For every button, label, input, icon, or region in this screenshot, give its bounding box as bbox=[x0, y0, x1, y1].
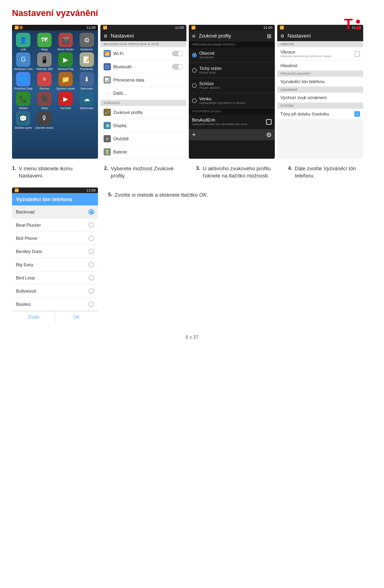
sound-header: ⚙ Zvukové profily ⊞ bbox=[189, 30, 275, 42]
app-video: 🎥 Video bbox=[35, 92, 54, 110]
setting-hlasitost: Hlasitost bbox=[277, 61, 363, 71]
ringtone-footer: Zrušit OK bbox=[12, 311, 98, 323]
app-simtools: 📱 Nástroje SIM bbox=[35, 52, 54, 70]
screen5-container: 📶 11:00 Vyzváněcí tón telefonu Backroad … bbox=[12, 187, 100, 323]
status-bar-5: 📶 11:00 bbox=[12, 187, 98, 193]
radio-obecne bbox=[192, 53, 197, 58]
profile-tichy: Tichý režim Pouze tichý bbox=[189, 63, 275, 78]
settings-bluetooth: ⬡ Bluetooth bbox=[100, 60, 186, 74]
step5-text-block: 5. Zvolíte si melodii a stisknete tlačít… bbox=[108, 191, 208, 323]
settings-battery: 🔋 Baterie bbox=[100, 146, 186, 159]
radio-backroad bbox=[88, 209, 94, 215]
section-devices: ZAŘÍZENÍ bbox=[100, 100, 186, 106]
app-empty1 bbox=[56, 111, 76, 129]
settings-data: 📊 Přenesená data bbox=[100, 74, 186, 87]
app-rescue: R Rescue bbox=[35, 72, 54, 90]
status-bar-3: 📶 11:00 bbox=[189, 25, 275, 30]
app-filemanager: 📁 Správce soubo bbox=[56, 72, 76, 90]
app-empty2 bbox=[77, 111, 96, 129]
section-prichozi: PŘÍCHOZÍ HOVORY bbox=[277, 71, 363, 77]
sound-bottom-bar: + ⚙ bbox=[189, 130, 275, 140]
app-youtube: ▶ YouTube bbox=[56, 92, 76, 110]
settings-more: ··· Další... bbox=[100, 87, 186, 100]
logo-dots bbox=[356, 20, 360, 30]
profile-schuze: Schůze Pouze vibrace bbox=[189, 78, 275, 93]
app-grid: 👤 Lidé 🗺 Mapy 🎬 Movie Studio ⚙ Nastavení bbox=[12, 30, 98, 132]
app-poznamky: 📝 Poznámky bbox=[77, 52, 96, 70]
sound-icon: 🔊 bbox=[104, 109, 111, 116]
battery-icon: 🔋 bbox=[104, 148, 111, 155]
ok-button[interactable]: OK bbox=[55, 311, 98, 323]
checkbox-tony: ✓ bbox=[354, 111, 360, 117]
more-icon: ··· bbox=[104, 90, 111, 97]
profile-obecne: Obecné Vyzvánění bbox=[189, 48, 275, 63]
profile-venku: Venku Nejhlasitější vyzvánění a vibrace bbox=[189, 93, 275, 108]
data-icon: 📊 bbox=[104, 76, 111, 84]
bluetooth-icon: ⬡ bbox=[104, 63, 111, 70]
radio-venku bbox=[192, 98, 197, 103]
screen1-home: 📶🔕 11:00 👤 Lidé 🗺 Mapy 🎬 Movie Studio bbox=[12, 25, 98, 159]
screen5-ringtone-list: 📶 11:00 Vyzváněcí tón telefonu Backroad … bbox=[12, 187, 98, 323]
ringtone-bigeasy: Big Easy bbox=[12, 258, 98, 271]
profile-besaudEnh: BesAudEnh Vylepšení zvuku pro sluchátka … bbox=[189, 114, 275, 130]
step3: 3. U aktivního zvukového profilu ťuknete… bbox=[196, 165, 280, 179]
cancel-button[interactable]: Zrušit bbox=[12, 311, 55, 323]
radio-schuze bbox=[192, 83, 197, 88]
app-lide: 👤 Lidé bbox=[14, 33, 33, 51]
display-icon: 🖥 bbox=[104, 122, 111, 129]
settings-display: 🖥 Displej bbox=[100, 119, 186, 132]
settings-wifi: 📶 Wi-Fi bbox=[100, 47, 186, 60]
wifi-icon: 📶 bbox=[104, 50, 111, 57]
telekom-logo: T bbox=[344, 16, 360, 33]
radio-bollywood bbox=[88, 288, 94, 294]
sound-section-predefined: PŘEDDEFINOVANÉ PROFILY bbox=[189, 42, 275, 48]
app-movie: 🎬 Movie Studio bbox=[56, 33, 76, 51]
radio-beatplucker bbox=[88, 222, 94, 228]
app-recorder: 🎙 Záznam zvuku bbox=[35, 111, 54, 129]
radio-tichy bbox=[192, 68, 197, 73]
radio-booites bbox=[88, 301, 94, 307]
setting-vychozi-zvuk: Výchozí zvuk oznámení bbox=[277, 93, 363, 103]
app-nastaveni: ⚙ Nastavení bbox=[77, 33, 96, 51]
ringtone-bentleydubs: Bentley Dubs bbox=[12, 245, 98, 258]
app-phone: 📞 Telefon bbox=[14, 92, 33, 110]
app-play: ▶ Obchod Play bbox=[56, 52, 76, 70]
screen4-ringtone-settings: 📶 11:00 ⚙ Nastavení OBECNÉ Vibrace Vibro… bbox=[277, 25, 363, 159]
section-system: SYSTÉM bbox=[277, 103, 363, 109]
steps-1-4: 1. V menu stisknete ikonu Nastavení. 2. … bbox=[12, 165, 372, 179]
screenshots-row: 📶🔕 11:00 👤 Lidé 🗺 Mapy 🎬 Movie Studio bbox=[12, 25, 372, 159]
section-obecne: OBECNÉ bbox=[277, 41, 363, 47]
screen2-settings: 📶 11:00 ⚙ Nastavení BEZDRÁTOVÁ PŘIPOJENÍ… bbox=[100, 25, 186, 159]
ringtone-list-header: Vyzváněcí tón telefonu bbox=[12, 193, 98, 205]
setting-vibrace: Vibrace Vibrovat zařízení pro příchozí v… bbox=[277, 47, 363, 61]
ringtone-beatplucker: Beat Plucker bbox=[12, 219, 98, 232]
status-bar-2: 📶 11:00 bbox=[100, 25, 186, 30]
radio-bellphone bbox=[88, 235, 94, 241]
app-messages: 💬 Zasílání zpráv bbox=[14, 111, 33, 129]
setting-tony-ciselniku: Tóny při dotyku číselníku ✓ bbox=[277, 109, 363, 120]
section-wireless: BEZDRÁTOVÁ PŘIPOJENÍ A SÍTĚ bbox=[100, 41, 186, 47]
storage-icon: ≡ bbox=[104, 135, 111, 142]
ringtone-backroad: Backroad bbox=[12, 205, 98, 219]
status-bar-1: 📶🔕 11:00 bbox=[12, 25, 98, 30]
settings-gear-icon: ⚙ bbox=[266, 131, 272, 139]
ringtone-bollywood: Bollywood bbox=[12, 285, 98, 298]
app-browser: 🌐 Prohlížeč Dolp bbox=[14, 72, 33, 90]
radio-bentleydubs bbox=[88, 249, 94, 254]
sound-section-enhance: VYLEPŠENÍ ZVUKU bbox=[189, 108, 275, 114]
step5-row: 📶 11:00 Vyzváněcí tón telefonu Backroad … bbox=[12, 187, 372, 323]
bt-toggle bbox=[172, 64, 183, 70]
logo-letter: T bbox=[344, 16, 353, 33]
add-icon: + bbox=[192, 131, 196, 139]
app-mapy: 🗺 Mapy bbox=[35, 33, 54, 51]
ringtone-bellphone: Bell Phone bbox=[12, 232, 98, 245]
radio-bigeasy bbox=[88, 262, 94, 267]
radio-birdloop bbox=[88, 275, 94, 281]
app-google: G Nastavení Goo bbox=[14, 52, 33, 70]
app-download: ⬇ Stahování bbox=[77, 72, 96, 90]
ringtone-booites: Booites bbox=[12, 298, 98, 311]
page-number: 8 z 37 bbox=[12, 335, 372, 340]
step1: 1. V menu stisknete ikonu Nastavení. bbox=[12, 165, 96, 179]
page-title: Nastavení vyzvánění bbox=[12, 8, 372, 18]
screen3-soundprofiles: 📶 11:00 ⚙ Zvukové profily ⊞ PŘEDDEFINOVA… bbox=[189, 25, 275, 159]
